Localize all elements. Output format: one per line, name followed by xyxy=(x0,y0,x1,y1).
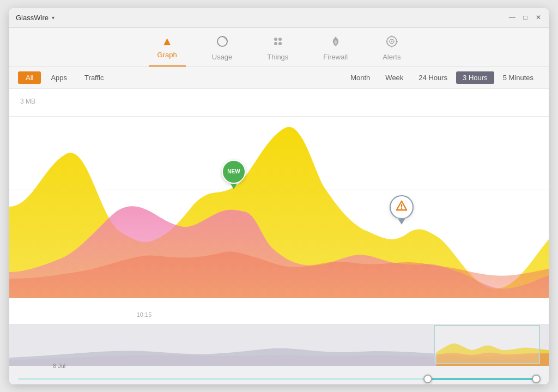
filter-all-button[interactable]: All xyxy=(18,71,41,84)
chart-svg xyxy=(9,89,549,324)
chart-area: 3 MB xyxy=(9,89,549,324)
time-week-button[interactable]: Week xyxy=(379,71,410,84)
new-marker[interactable]: NEW xyxy=(222,160,246,189)
toolbar: All Apps Traffic Month Week 24 Hours 3 H… xyxy=(9,67,549,89)
slider-fill xyxy=(431,378,540,380)
title-bar: GlassWire ▾ — □ ✕ xyxy=(9,8,549,28)
filter-traffic-button[interactable]: Traffic xyxy=(77,71,111,84)
svg-point-3 xyxy=(274,42,277,45)
minimap-svg xyxy=(9,325,549,366)
window-controls: — □ ✕ xyxy=(508,14,542,21)
time-month-button[interactable]: Month xyxy=(344,71,377,84)
chevron-down-icon: ▾ xyxy=(52,15,54,21)
alerts-icon xyxy=(386,35,398,50)
new-marker-label: NEW xyxy=(222,160,246,184)
svg-point-7 xyxy=(391,40,392,42)
time-24hours-button[interactable]: 24 Hours xyxy=(412,71,454,84)
firewall-icon xyxy=(330,35,342,50)
slider-thumb-right[interactable] xyxy=(532,375,541,383)
nav-label-firewall: Firewall xyxy=(323,53,348,61)
time-filters: Month Week 24 Hours 3 Hours 5 Minutes xyxy=(344,71,540,84)
new-marker-tail xyxy=(231,184,237,189)
nav-item-usage[interactable]: Usage xyxy=(203,32,241,67)
nav-label-alerts: Alerts xyxy=(383,53,401,61)
nav-item-firewall[interactable]: Firewall xyxy=(314,32,356,67)
graph-icon: ▲ xyxy=(161,35,173,47)
close-button[interactable]: ✕ xyxy=(535,14,542,21)
app-title: GlassWire xyxy=(16,14,48,22)
svg-point-14 xyxy=(401,208,402,209)
main-window: GlassWire ▾ — □ ✕ ▲ Graph Usage xyxy=(9,8,549,384)
chart-y-label: 3 MB xyxy=(20,98,35,105)
minimap-date-label: 8 Jul xyxy=(53,363,65,369)
usage-icon xyxy=(216,35,228,50)
minimize-button[interactable]: — xyxy=(508,14,516,21)
maximize-button[interactable]: □ xyxy=(521,14,529,21)
time-5minutes-button[interactable]: 5 Minutes xyxy=(496,71,540,84)
svg-point-1 xyxy=(274,38,277,41)
grid-line-mid xyxy=(9,190,549,190)
time-3hours-button[interactable]: 3 Hours xyxy=(456,71,494,84)
svg-point-2 xyxy=(278,38,282,41)
alert-marker-bubble xyxy=(390,195,414,219)
alert-marker[interactable] xyxy=(390,195,414,225)
alert-marker-tail xyxy=(398,219,405,225)
slider-track xyxy=(18,378,540,380)
nav-label-things: Things xyxy=(267,53,288,61)
nav-item-alerts[interactable]: Alerts xyxy=(374,32,409,67)
alert-marker-icon xyxy=(396,200,408,214)
nav-label-usage: Usage xyxy=(212,53,233,61)
nav-bar: ▲ Graph Usage Things xyxy=(9,28,549,67)
nav-item-graph[interactable]: ▲ Graph xyxy=(149,32,186,67)
svg-point-4 xyxy=(278,42,282,45)
things-icon xyxy=(272,35,284,50)
filter-apps-button[interactable]: Apps xyxy=(43,71,75,84)
nav-label-graph: Graph xyxy=(157,51,177,59)
minimap-area: 8 Jul xyxy=(9,324,549,384)
grid-line-top xyxy=(9,116,549,117)
title-bar-left: GlassWire ▾ xyxy=(16,14,54,22)
chart-time-label: 10:15 xyxy=(137,311,152,318)
nav-item-things[interactable]: Things xyxy=(258,32,297,67)
slider-thumb-left[interactable] xyxy=(423,375,432,383)
